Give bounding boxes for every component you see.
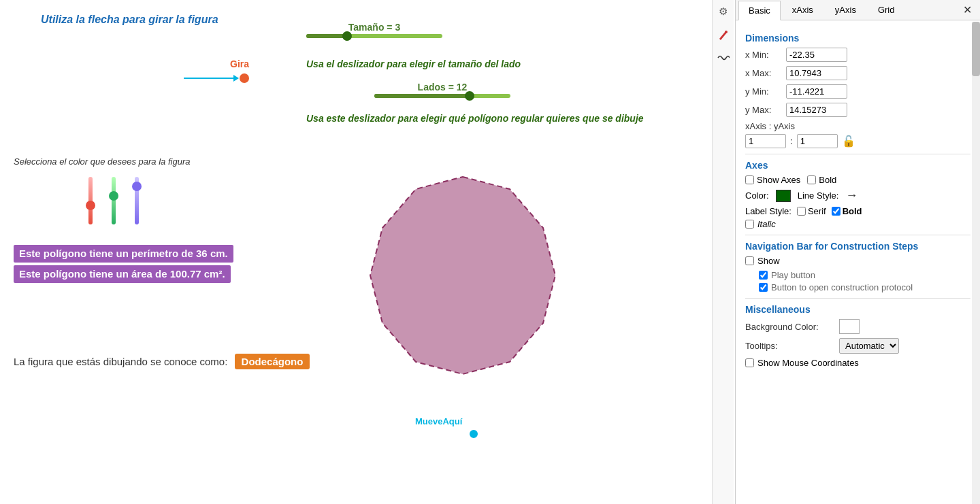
nav-show-checkbox[interactable] bbox=[745, 256, 754, 265]
italic-label: Italic bbox=[757, 219, 776, 229]
italic-checkbox-label[interactable]: Italic bbox=[745, 219, 970, 229]
italic-checkbox[interactable] bbox=[745, 220, 754, 229]
rotation-dot[interactable]: Gira bbox=[240, 73, 249, 83]
tooltips-label: Tooltips: bbox=[745, 341, 834, 351]
tamano-slider-thumb[interactable] bbox=[342, 31, 352, 41]
serif-label: Serif bbox=[808, 206, 826, 216]
show-mouse-checkbox[interactable] bbox=[745, 358, 754, 367]
tab-xaxis[interactable]: xAxis bbox=[782, 0, 823, 20]
tamano-label: Tamaño = 3 bbox=[306, 22, 442, 33]
play-button-checkbox-label[interactable]: Play button bbox=[759, 270, 970, 280]
show-axes-checkbox-label[interactable]: Show Axes bbox=[745, 175, 800, 185]
tab-grid[interactable]: Grid bbox=[868, 0, 905, 20]
serif-checkbox[interactable] bbox=[797, 207, 806, 216]
lados-slider-thumb[interactable] bbox=[465, 91, 474, 101]
red-thumb[interactable] bbox=[86, 201, 95, 210]
misc-title: Miscellaneous bbox=[745, 304, 970, 315]
label-style-label: Label Style: bbox=[745, 206, 791, 216]
svg-point-1 bbox=[725, 31, 728, 33]
serif-checkbox-label[interactable]: Serif bbox=[797, 206, 826, 216]
tooltips-row: Tooltips: Automatic bbox=[745, 338, 970, 354]
color-label: Color: bbox=[745, 190, 769, 201]
bold2-checkbox-label[interactable]: Bold bbox=[832, 206, 862, 216]
main-canvas: Utiliza la flecha para girar la figura T… bbox=[0, 0, 735, 504]
lock-icon[interactable]: 🔓 bbox=[842, 135, 855, 148]
axes-show-row: Show Axes Bold bbox=[745, 175, 970, 185]
lados-slider-track[interactable] bbox=[374, 94, 510, 98]
scroll-track bbox=[972, 22, 980, 504]
figure-name-container: La figura que estás dibujando se conoce … bbox=[14, 354, 310, 369]
dimensions-title: Dimensions bbox=[745, 33, 970, 44]
line-style-arrow-icon[interactable]: → bbox=[845, 188, 858, 203]
color-row: Color: Line Style: → bbox=[745, 188, 970, 203]
color-sliders-row bbox=[88, 177, 139, 224]
tooltips-select[interactable]: Automatic bbox=[839, 338, 899, 354]
area-text: Este polígono tiene un área de 100.77 cm… bbox=[19, 268, 225, 280]
area-box: Este polígono tiene un área de 100.77 cm… bbox=[14, 265, 231, 283]
nav-bar-section: Show Play button Button to open construc… bbox=[745, 256, 970, 292]
xaxis-yaxis-label: xAxis : yAxis bbox=[745, 121, 970, 131]
show-mouse-row: Show Mouse Coordinates bbox=[745, 358, 970, 368]
perimeter-text: Este polígono tiene un perímetro de 36 c… bbox=[19, 248, 228, 259]
ymin-label: y Min: bbox=[745, 86, 786, 97]
green-color-slider[interactable] bbox=[112, 177, 116, 224]
purple-thumb[interactable] bbox=[132, 182, 142, 191]
bold2-checkbox[interactable] bbox=[832, 207, 840, 216]
figure-name-badge: Dodecágono bbox=[235, 354, 310, 369]
bg-color-box[interactable] bbox=[839, 319, 860, 334]
button-open-label: Button to open construction protocol bbox=[771, 282, 913, 292]
lados-label: Lados = 12 bbox=[374, 82, 510, 93]
show-mouse-text: Show Mouse Coordinates bbox=[757, 358, 859, 368]
bold-checkbox-label[interactable]: Bold bbox=[807, 175, 836, 185]
ratio-y-input[interactable] bbox=[797, 134, 838, 148]
tamano-slider-track[interactable] bbox=[306, 34, 442, 38]
purple-color-slider[interactable] bbox=[135, 177, 139, 224]
nav-show-label[interactable]: Show bbox=[745, 256, 970, 266]
show-axes-label: Show Axes bbox=[757, 175, 800, 185]
play-button-checkbox[interactable] bbox=[759, 271, 768, 280]
close-icon[interactable]: ✕ bbox=[958, 1, 977, 19]
bold-label: Bold bbox=[819, 175, 836, 185]
show-axes-checkbox[interactable] bbox=[745, 175, 754, 184]
label-style-row: Label Style: Serif Bold bbox=[745, 206, 970, 216]
ymin-input[interactable] bbox=[786, 84, 847, 99]
lados-slider-container: Lados = 12 bbox=[374, 82, 510, 98]
red-color-slider[interactable] bbox=[88, 177, 93, 224]
ymax-input[interactable] bbox=[786, 103, 847, 117]
nav-show-text: Show bbox=[757, 256, 780, 266]
bold-checkbox[interactable] bbox=[807, 175, 816, 184]
mueveaqui-dot[interactable] bbox=[470, 430, 478, 438]
lados-hint: Usa este deslizador para elegir qué polí… bbox=[306, 113, 644, 124]
tab-basic[interactable]: Basic bbox=[738, 1, 781, 20]
nav-bar-sub: Play button Button to open construction … bbox=[759, 270, 970, 292]
bg-color-row: Background Color: bbox=[745, 319, 970, 334]
side-toolbar: ⚙ bbox=[712, 0, 734, 504]
tab-yaxis[interactable]: yAxis bbox=[825, 0, 866, 20]
xmax-label: x Max: bbox=[745, 68, 786, 78]
xmin-input[interactable] bbox=[786, 48, 847, 62]
mueveaqui-label: MueveAquí bbox=[415, 416, 462, 426]
scroll-thumb[interactable] bbox=[972, 22, 980, 76]
line-style-label: Line Style: bbox=[798, 190, 839, 201]
xmax-row: x Max: bbox=[745, 66, 970, 80]
axes-color-box[interactable] bbox=[776, 190, 791, 202]
tamano-hint: Usa el deslizador para elegir el tamaño … bbox=[306, 58, 521, 69]
button-open-checkbox-label[interactable]: Button to open construction protocol bbox=[759, 282, 970, 292]
ratio-x-input[interactable] bbox=[745, 134, 786, 148]
bold2-label: Bold bbox=[843, 206, 862, 216]
polygon-svg bbox=[354, 163, 572, 422]
gear-icon[interactable]: ⚙ bbox=[715, 3, 732, 20]
show-mouse-label[interactable]: Show Mouse Coordinates bbox=[745, 358, 970, 368]
tab-bar: Basic xAxis yAxis Grid ✕ bbox=[736, 0, 980, 20]
button-open-checkbox[interactable] bbox=[759, 283, 768, 292]
italic-row: Italic bbox=[745, 219, 970, 229]
ratio-row: : 🔓 bbox=[745, 134, 970, 148]
marker-icon[interactable] bbox=[715, 26, 732, 44]
canvas-title: Utiliza la flecha para girar la figura bbox=[41, 14, 218, 26]
xmin-row: x Min: bbox=[745, 48, 970, 62]
green-thumb[interactable] bbox=[109, 191, 118, 201]
wave-icon[interactable] bbox=[715, 49, 732, 67]
color-section-label: Selecciona el color que desees para la f… bbox=[14, 156, 190, 167]
xmax-input[interactable] bbox=[786, 66, 847, 80]
nav-bar-title: Navigation Bar for Construction Steps bbox=[745, 241, 970, 252]
